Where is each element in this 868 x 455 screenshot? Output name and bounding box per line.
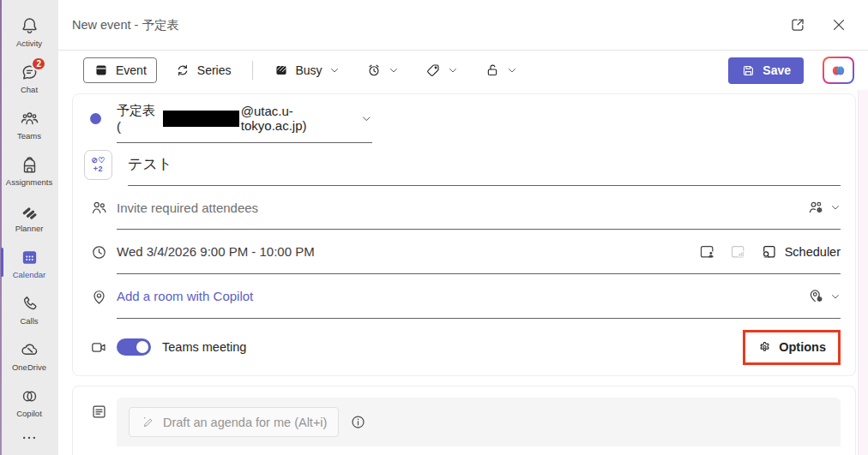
dialog-titlebar: New event - 予定表 xyxy=(58,0,868,51)
emoji-picker-button[interactable]: ⊘♡ +2 xyxy=(84,150,112,180)
location-settings-button[interactable] xyxy=(807,287,841,305)
calendar-color-dot xyxy=(90,94,117,143)
busy-label: Busy xyxy=(296,63,322,77)
location-pin-icon xyxy=(90,274,117,319)
chevron-down-icon xyxy=(507,65,517,75)
sidebar-item-label: Copilot xyxy=(16,409,42,418)
new-event-dialog: New event - 予定表 xyxy=(58,0,868,455)
teams-people-icon xyxy=(20,109,39,129)
draft-agenda-button[interactable]: Draft an agenda for me (Alt+i) xyxy=(129,407,339,437)
series-tab-button[interactable]: Series xyxy=(166,57,240,83)
agenda-info-button[interactable] xyxy=(350,414,366,430)
chat-unread-badge: 2 xyxy=(31,57,46,71)
teams-meeting-row: Teams meeting Options xyxy=(73,319,855,375)
editor-toolbar: Draft an agenda for me (Alt+i) xyxy=(117,398,841,446)
category-tag-button[interactable] xyxy=(417,57,467,83)
options-highlight-box: Options xyxy=(743,330,841,365)
open-lock-icon xyxy=(485,63,500,78)
series-tab-label: Series xyxy=(197,63,232,77)
event-title-input[interactable] xyxy=(128,156,841,173)
people-icon xyxy=(90,186,117,230)
copilot-logo-frame xyxy=(824,58,853,82)
event-tab-button[interactable]: Event xyxy=(83,57,157,83)
copilot-icon xyxy=(20,386,39,406)
show-as-busy-button[interactable]: Busy xyxy=(265,57,348,83)
app-rail: Activity 2 Chat Teams Assignments xyxy=(0,0,58,455)
sidebar-item-calendar[interactable]: Calendar xyxy=(0,240,58,286)
backpack-icon xyxy=(20,155,39,175)
scheduling-assistant-button[interactable] xyxy=(729,242,747,260)
alarm-icon xyxy=(366,63,382,78)
sidebar-item-activity[interactable]: Activity xyxy=(0,9,58,55)
suggested-times-button[interactable] xyxy=(698,242,716,260)
meeting-options-button[interactable]: Options xyxy=(745,332,838,362)
sidebar-item-onedrive[interactable]: OneDrive xyxy=(0,332,58,379)
pen-sparkle-icon xyxy=(141,415,155,429)
clock-icon xyxy=(90,230,117,274)
vertical-scrollbar[interactable] xyxy=(858,90,868,455)
chevron-down-icon xyxy=(830,202,841,213)
calendar-select-row: 予定表 ( @utac.u-tokyo.ac.jp) xyxy=(73,94,855,143)
location-field: Add a room with Copilot xyxy=(117,274,841,319)
save-label: Save xyxy=(763,63,791,77)
sidebar-item-assignments[interactable]: Assignments xyxy=(0,147,58,194)
bell-icon xyxy=(20,16,39,36)
chevron-down-icon xyxy=(830,291,841,302)
teams-meeting-toggle[interactable] xyxy=(117,338,151,356)
sidebar-item-label: OneDrive xyxy=(12,362,46,372)
chevron-down-icon xyxy=(448,65,458,75)
attendee-options xyxy=(807,199,841,217)
dialog-content: 予定表 ( @utac.u-tokyo.ac.jp) ⊘♡ +2 xyxy=(58,90,868,455)
calendar-select-dropdown[interactable]: 予定表 ( @utac.u-tokyo.ac.jp) xyxy=(117,94,372,143)
close-button[interactable] xyxy=(830,16,847,33)
sidebar-item-planner[interactable]: Planner xyxy=(0,194,58,240)
phone-icon xyxy=(20,294,39,314)
people-settings-icon xyxy=(807,199,825,217)
copilot-button[interactable] xyxy=(823,57,854,84)
description-textarea[interactable] xyxy=(117,446,841,455)
description-card: Draft an agenda for me (Alt+i) xyxy=(72,386,856,455)
chevron-down-icon xyxy=(329,65,340,75)
reminder-button[interactable] xyxy=(358,57,407,83)
copilot-logo-icon xyxy=(830,63,847,79)
calendar-name-prefix: 予定表 ( xyxy=(117,103,161,134)
title-row: ⊘♡ +2 xyxy=(73,143,855,186)
open-in-new-window-button[interactable] xyxy=(789,16,806,33)
event-icon xyxy=(93,63,109,78)
event-form: 予定表 ( @utac.u-tokyo.ac.jp) ⊘♡ +2 xyxy=(58,90,858,455)
page-title: New event - 予定表 xyxy=(72,17,179,33)
scheduler-button[interactable]: Scheduler xyxy=(760,242,841,260)
attendees-input[interactable] xyxy=(117,201,807,215)
redacted-email xyxy=(163,111,239,127)
repeat-icon xyxy=(175,63,190,78)
sidebar-item-label: Teams xyxy=(17,131,41,141)
busy-status-icon xyxy=(274,63,289,78)
sidebar-item-copilot[interactable]: Copilot xyxy=(0,379,58,425)
attendee-settings-button[interactable] xyxy=(807,199,841,217)
emoji-picker-count: +2 xyxy=(93,165,103,173)
onedrive-cloud-icon xyxy=(20,340,39,360)
datetime-row: Wed 3/4/2026 9:00 PM - 10:00 PM xyxy=(73,230,855,274)
teams-meeting-label: Teams meeting xyxy=(162,340,246,354)
sidebar-item-label: Assignments xyxy=(6,177,52,187)
save-button[interactable]: Save xyxy=(728,57,804,84)
datetime-value[interactable]: Wed 3/4/2026 9:00 PM - 10:00 PM xyxy=(117,244,315,259)
titlebar-actions xyxy=(789,16,847,33)
description-editor: Draft an agenda for me (Alt+i) xyxy=(117,398,841,455)
sidebar-item-label: Calendar xyxy=(13,270,46,279)
add-room-copilot-link[interactable]: Add a room with Copilot xyxy=(117,289,253,303)
info-icon xyxy=(350,414,366,430)
attendees-field xyxy=(117,186,841,230)
draft-agenda-label: Draft an agenda for me (Alt+i) xyxy=(163,416,327,429)
sidebar-item-teams[interactable]: Teams xyxy=(0,101,58,147)
sidebar-item-chat[interactable]: 2 Chat xyxy=(0,55,58,101)
title-field xyxy=(128,143,841,186)
sidebar-item-more-apps[interactable] xyxy=(0,427,58,449)
privacy-lock-button[interactable] xyxy=(476,57,526,83)
planner-icon xyxy=(20,201,39,221)
location-options xyxy=(807,287,841,305)
teams-app-window: Activity 2 Chat Teams Assignments xyxy=(0,0,868,455)
camera-icon xyxy=(90,319,117,375)
sidebar-item-calls[interactable]: Calls xyxy=(0,286,58,332)
close-icon xyxy=(830,16,847,33)
